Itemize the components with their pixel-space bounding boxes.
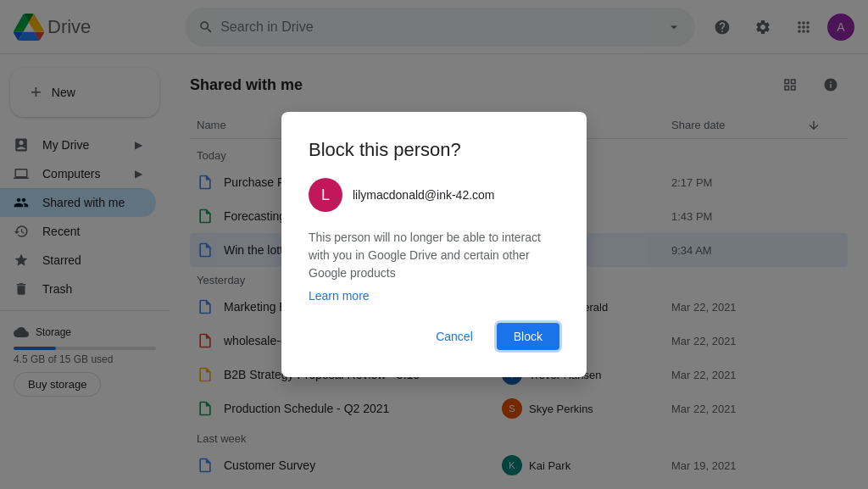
cancel-button[interactable]: Cancel: [419, 323, 490, 350]
modal-actions: Cancel Block: [309, 323, 559, 350]
modal-overlay[interactable]: Block this person? L lilymacdonald@ink-4…: [0, 0, 868, 489]
block-person-modal: Block this person? L lilymacdonald@ink-4…: [281, 112, 587, 377]
block-button[interactable]: Block: [497, 323, 559, 350]
modal-title: Block this person?: [309, 139, 559, 161]
modal-description: This person will no longer be able to in…: [309, 229, 559, 282]
modal-person-email: lilymacdonald@ink-42.com: [353, 188, 495, 202]
modal-person-avatar: L: [309, 178, 342, 212]
learn-more-link[interactable]: Learn more: [309, 289, 559, 303]
modal-person: L lilymacdonald@ink-42.com: [309, 178, 559, 212]
